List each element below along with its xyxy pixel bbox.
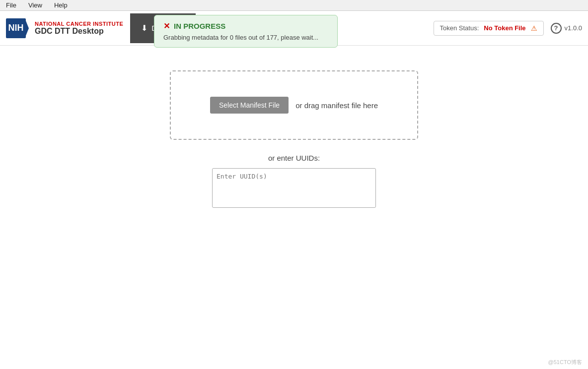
uuid-section: or enter UUIDs: xyxy=(212,154,376,208)
menubar: File View Help xyxy=(0,0,588,11)
logo-area: NIH NATIONAL CANCER INSTITUTE GDC DTT De… xyxy=(6,18,123,38)
menu-file[interactable]: File xyxy=(4,0,18,10)
select-manifest-button[interactable]: Select Manifest File xyxy=(210,97,289,114)
download-icon: ⬇ xyxy=(141,23,147,33)
logo-top-line: NATIONAL CANCER INSTITUTE xyxy=(35,21,123,27)
progress-title-label: IN PROGRESS xyxy=(174,22,225,30)
progress-title: ✕ IN PROGRESS xyxy=(163,21,328,31)
help-area: ? v1.0.0 xyxy=(551,23,582,34)
logo-text: NATIONAL CANCER INSTITUTE GDC DTT Deskto… xyxy=(35,21,123,36)
footer-watermark: @51CTO博客 xyxy=(548,359,582,366)
token-warning-icon: ⚠ xyxy=(531,24,537,32)
menu-view[interactable]: View xyxy=(26,0,44,10)
progress-popup: ✕ IN PROGRESS Grabbing metadata for 0 fi… xyxy=(154,15,338,48)
logo-bottom-line: GDC DTT Desktop xyxy=(35,27,123,36)
version-label: v1.0.0 xyxy=(565,24,582,32)
progress-message: Grabbing metadata for 0 files out of 177… xyxy=(163,34,328,41)
uuid-input[interactable] xyxy=(212,168,376,208)
help-button[interactable]: ? xyxy=(551,23,562,34)
nih-badge: NIH xyxy=(6,18,26,38)
token-status-label: Token Status: xyxy=(440,24,479,32)
drag-text: or drag manifest file here xyxy=(295,101,378,110)
token-status-panel: Token Status: No Token File ⚠ xyxy=(434,21,544,36)
menu-help[interactable]: Help xyxy=(52,0,70,10)
token-status-value: No Token File xyxy=(484,24,525,32)
progress-x-icon: ✕ xyxy=(163,21,170,31)
dropzone[interactable]: Select Manifest File or drag manifest fi… xyxy=(170,70,418,140)
uuid-label: or enter UUIDs: xyxy=(268,154,320,162)
toolbar: NIH NATIONAL CANCER INSTITUTE GDC DTT De… xyxy=(0,11,588,46)
main-content: Select Manifest File or drag manifest fi… xyxy=(0,46,588,369)
